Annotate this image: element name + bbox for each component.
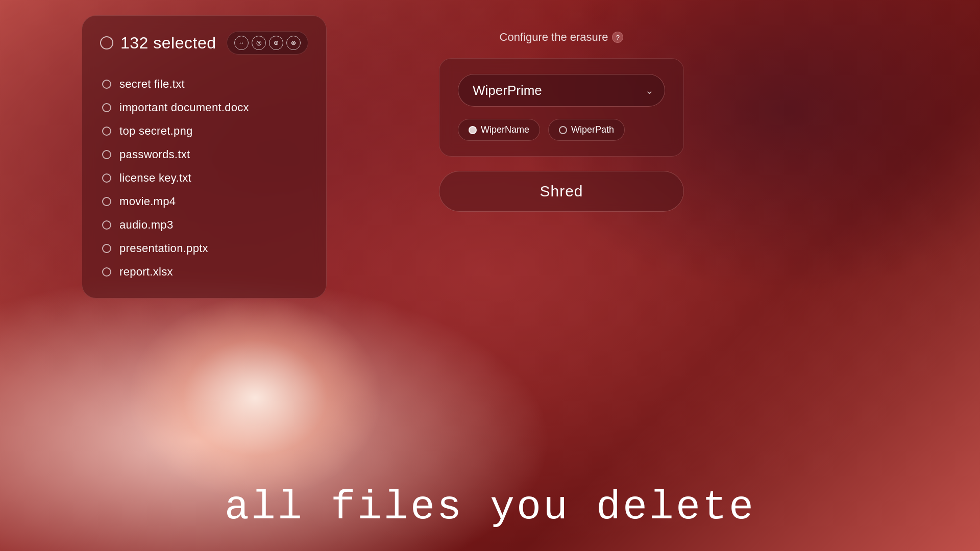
config-box: WiperPrime WiperSecure WiperDOD ⌄ WiperN… [439,58,684,157]
file-select-dot [102,197,111,206]
help-button[interactable]: ? [612,32,623,43]
list-item[interactable]: important document.docx [100,97,308,118]
file-name: audio.mp3 [119,218,173,232]
config-title: Configure the erasure ? [500,31,624,44]
file-select-dot [102,103,111,112]
config-area: Configure the erasure ? WiperPrime Wiper… [439,31,684,212]
config-title-text: Configure the erasure [500,31,608,44]
list-item[interactable]: presentation.pptx [100,238,308,259]
radio-wiperpath[interactable]: WiperPath [548,119,625,141]
file-name: report.xlsx [119,265,173,279]
list-item[interactable]: secret file.txt [100,73,308,95]
file-name: license key.txt [119,171,191,185]
list-item[interactable]: license key.txt [100,167,308,189]
wiper-select[interactable]: WiperPrime WiperSecure WiperDOD [458,74,665,107]
select-all-icon[interactable] [100,36,113,49]
selected-count-display: 132 selected [100,34,216,53]
file-name: movie.mp4 [119,195,176,208]
file-panel: 132 selected ↔ ◎ ⊕ ⊗ secret file.txt imp… [82,15,327,298]
shred-button[interactable]: Shred [439,171,684,212]
file-select-dot [102,127,111,136]
file-select-dot [102,150,111,159]
file-name: secret file.txt [119,78,185,91]
radio-wiperpath-input[interactable] [559,126,567,134]
radio-wiperpath-label: WiperPath [571,124,614,135]
file-name: presentation.pptx [119,242,208,255]
main-content: 132 selected ↔ ◎ ⊕ ⊗ secret file.txt imp… [0,0,980,551]
toolbar-btn-plus[interactable]: ⊕ [269,36,283,50]
file-name: top secret.png [119,124,193,138]
file-name: passwords.txt [119,148,190,161]
file-select-dot [102,244,111,253]
toolbar-icons: ↔ ◎ ⊕ ⊗ [227,31,308,55]
list-item[interactable]: movie.mp4 [100,191,308,212]
wiper-select-wrapper: WiperPrime WiperSecure WiperDOD ⌄ [458,74,665,107]
file-select-dot [102,173,111,183]
list-item[interactable]: passwords.txt [100,144,308,165]
file-list: secret file.txt important document.docx … [100,73,308,283]
file-select-dot [102,220,111,230]
radio-group: WiperName WiperPath [458,119,665,141]
bottom-tagline: all files you delete [0,484,980,531]
radio-wipername-label: WiperName [481,124,529,135]
panel-header: 132 selected ↔ ◎ ⊕ ⊗ [100,31,308,63]
list-item[interactable]: top secret.png [100,120,308,142]
toolbar-btn-arrows[interactable]: ↔ [234,36,249,50]
file-name: important document.docx [119,101,249,114]
toolbar-btn-x[interactable]: ⊗ [286,36,301,50]
selected-count-label: 132 selected [120,34,216,53]
list-item[interactable]: audio.mp3 [100,214,308,236]
radio-wipername[interactable]: WiperName [458,119,540,141]
list-item[interactable]: report.xlsx [100,261,308,283]
file-select-dot [102,80,111,89]
toolbar-btn-eye[interactable]: ◎ [252,36,266,50]
file-select-dot [102,267,111,277]
radio-wipername-input[interactable] [469,126,477,134]
